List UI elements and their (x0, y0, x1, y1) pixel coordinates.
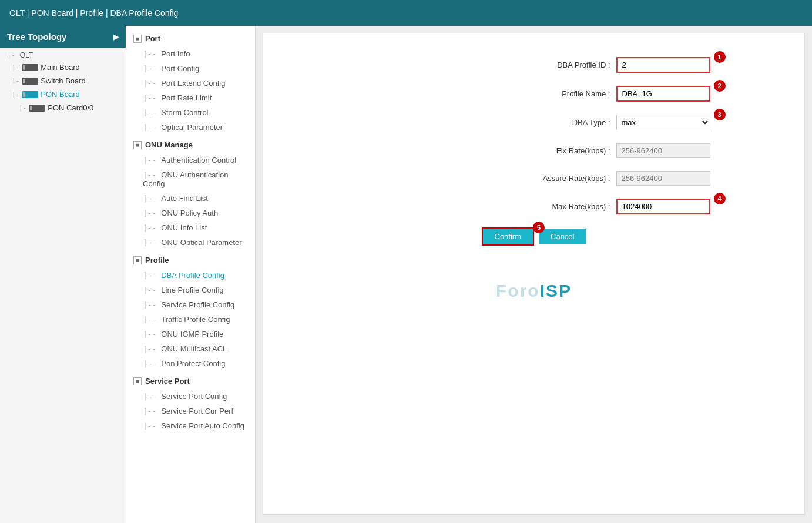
nav-item-port-rate-limit[interactable]: Port Rate Limit (126, 90, 255, 105)
assure-rate-label: Assure Rate(kbps) : (516, 174, 610, 183)
form-row-buttons: Confirm 5 Cancel (358, 227, 710, 246)
form-row-fix-rate: Fix Rate(kbps) : (358, 143, 710, 158)
onu-manage-section-icon: ■ (133, 141, 142, 149)
cancel-button[interactable]: Cancel (539, 229, 586, 244)
profile-section-icon: ■ (133, 256, 142, 264)
switch-board-label: Switch Board (41, 76, 86, 85)
max-rate-label: Max Rate(kbps) : (516, 202, 610, 211)
nav-section-service-port: ■ Service Port Service Port Config Servi… (126, 373, 255, 433)
nav-item-port-extend-config[interactable]: Port Extend Config (126, 76, 255, 90)
nav-item-storm-control[interactable]: Storm Control (126, 105, 255, 120)
pon-card-label: PON Card0/0 (48, 103, 93, 112)
port-section-label: Port (145, 34, 160, 43)
sidebar-item-pon-card[interactable]: |- PON Card0/0 (0, 101, 126, 115)
form-row-max-rate: Max Rate(kbps) : 4 (358, 199, 710, 214)
olt-label: OLT (20, 51, 33, 59)
nav-item-dba-profile-config[interactable]: DBA Profile Config (126, 268, 255, 283)
profile-name-label: Profile Name : (516, 89, 610, 98)
breadcrumb: OLT | PON Board | Profile | DBA Profile … (9, 8, 178, 18)
nav-section-profile: ■ Profile DBA Profile Config Line Profil… (126, 252, 255, 371)
service-port-section-label: Service Port (145, 377, 190, 385)
fix-rate-input[interactable] (616, 143, 710, 158)
form-container: DBA Profile ID : 1 Profile Name : 2 (358, 57, 710, 301)
nav-section-onu-manage: ■ ONU Manage Authentication Control ONU … (126, 137, 255, 250)
pon-card-icon (29, 105, 45, 112)
nav-item-onu-optical-param[interactable]: ONU Optical Parameter (126, 235, 255, 250)
sidebar-item-olt[interactable]: |- OLT (0, 48, 126, 61)
sidebar-item-pon-board[interactable]: |- PON Board (0, 88, 126, 101)
profile-section-label: Profile (145, 256, 169, 264)
nav-section-service-port-header[interactable]: ■ Service Port (126, 373, 255, 389)
nav-item-onu-policy-auth[interactable]: ONU Policy Auth (126, 206, 255, 220)
switch-board-icon (22, 78, 38, 85)
badge-2: 2 (714, 80, 726, 92)
profile-name-input[interactable] (616, 86, 710, 102)
sidebar-title: Tree Topology ▶ (0, 26, 126, 48)
form-row-dba-profile-id: DBA Profile ID : 1 (358, 57, 710, 73)
nav-item-service-port-config[interactable]: Service Port Config (126, 389, 255, 404)
nav-item-service-port-cur-perf[interactable]: Service Port Cur Perf (126, 404, 255, 418)
nav-item-authentication-control[interactable]: Authentication Control (126, 153, 255, 167)
main-board-icon (22, 64, 38, 71)
nav-item-service-profile-config[interactable]: Service Profile Config (126, 297, 255, 312)
nav-item-pon-protect-config[interactable]: Pon Protect Config (126, 356, 255, 371)
nav-item-line-profile-config[interactable]: Line Profile Config (126, 283, 255, 297)
badge-5: 5 (533, 222, 545, 233)
confirm-button[interactable]: Confirm (482, 227, 535, 246)
main-board-label: Main Board (41, 63, 79, 72)
badge-3: 3 (714, 109, 726, 120)
nav-item-onu-igmp-profile[interactable]: ONU IGMP Profile (126, 327, 255, 341)
sidebar-item-main-board[interactable]: |- Main Board (0, 61, 126, 74)
dba-type-label: DBA Type : (516, 118, 610, 127)
nav-section-port-header[interactable]: ■ Port (126, 31, 255, 46)
sidebar: Tree Topology ▶ |- OLT |- Main Board |- … (0, 26, 126, 523)
nav-item-traffic-profile-config[interactable]: Traffic Profile Config (126, 312, 255, 327)
nav-section-profile-header[interactable]: ■ Profile (126, 252, 255, 268)
assure-rate-input[interactable] (616, 171, 710, 186)
dba-profile-id-input[interactable] (616, 57, 710, 73)
sidebar-item-switch-board[interactable]: |- Switch Board (0, 74, 126, 88)
nav-item-service-port-auto-config[interactable]: Service Port Auto Config (126, 418, 255, 433)
nav-item-auto-find-list[interactable]: Auto Find List (126, 191, 255, 206)
content-area: DBA Profile ID : 1 Profile Name : 2 (263, 33, 805, 515)
form-row-profile-name: Profile Name : 2 (358, 86, 710, 102)
form-row-assure-rate: Assure Rate(kbps) : (358, 171, 710, 186)
dba-profile-id-label: DBA Profile ID : (516, 61, 610, 69)
nav-item-onu-multicast-acl[interactable]: ONU Multicast ACL (126, 341, 255, 356)
nav-section-port: ■ Port Port Info Port Config Port Extend… (126, 31, 255, 135)
form-row-dba-type: DBA Type : max fix assure assure+max fix… (358, 115, 710, 130)
nav-item-port-config[interactable]: Port Config (126, 61, 255, 76)
nav-section-onu-manage-header[interactable]: ■ ONU Manage (126, 137, 255, 153)
nav-item-optical-parameter[interactable]: Optical Parameter (126, 120, 255, 135)
dba-type-select[interactable]: max fix assure assure+max fix+assure+max (616, 115, 710, 130)
nav-item-onu-info-list[interactable]: ONU Info List (126, 220, 255, 235)
watermark-highlight: ISP (540, 281, 572, 300)
main-content: DBA Profile ID : 1 Profile Name : 2 (256, 26, 812, 523)
header: OLT | PON Board | Profile | DBA Profile … (0, 0, 812, 26)
nav-panel: ■ Port Port Info Port Config Port Extend… (126, 26, 256, 523)
onu-manage-section-label: ONU Manage (145, 140, 193, 149)
pon-board-icon (22, 91, 38, 98)
nav-item-onu-auth-config[interactable]: ONU Authentication Config (126, 167, 255, 191)
watermark: ForoISP (496, 281, 572, 300)
port-section-icon: ■ (133, 35, 142, 43)
badge-4: 4 (714, 193, 726, 204)
nav-item-port-info[interactable]: Port Info (126, 46, 255, 61)
pon-board-label: PON Board (41, 90, 79, 99)
sidebar-collapse-arrow[interactable]: ▶ (113, 33, 119, 41)
service-port-section-icon: ■ (133, 377, 142, 385)
fix-rate-label: Fix Rate(kbps) : (516, 146, 610, 155)
tree-connector-olt: |- (7, 51, 20, 59)
sidebar-title-text: Tree Topology (7, 32, 66, 42)
badge-1: 1 (714, 51, 726, 63)
max-rate-input[interactable] (616, 199, 710, 214)
